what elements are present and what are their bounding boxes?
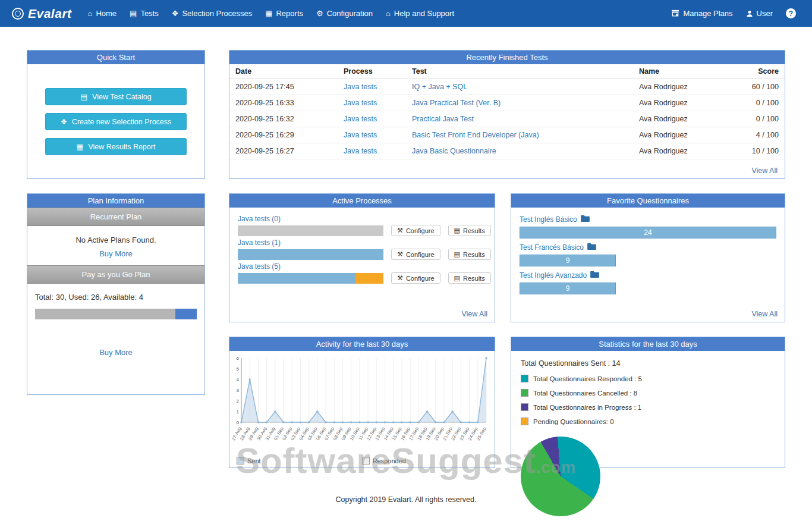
recent-tests-title: Recently Finished Tests <box>229 51 785 64</box>
table-row: 2020-09-25 16:27Java testsJava Basic Que… <box>229 143 785 159</box>
questionnaire-link[interactable]: Test Inglés Avanzado <box>520 271 776 280</box>
buy-more-link-paygo[interactable]: Buy More <box>27 348 204 364</box>
statistics-legend-block: Total Questionnaires Sent : 14 Total Que… <box>521 359 775 432</box>
table-row: 2020-09-25 16:33Java testsJava Practical… <box>229 95 785 111</box>
test-link[interactable]: IQ + Java + SQL <box>412 83 467 91</box>
nav-item-reports[interactable]: ▦Reports <box>259 0 310 27</box>
results-button[interactable]: ▤Results <box>448 272 491 284</box>
paygo-usage-text: Total: 30, Used: 26, Available: 4 <box>27 284 204 309</box>
stat-legend-label: Total Questionnaires in Progress : 1 <box>533 404 641 411</box>
stat-legend-item: Pending Questionnaires: 0 <box>521 418 775 425</box>
favorite-item: Test Francés Básico9 <box>520 243 776 266</box>
store-icon <box>671 10 679 17</box>
svg-text:5: 5 <box>237 366 240 372</box>
cell-process: Java tests <box>338 79 406 95</box>
nav-item-selection-processes[interactable]: ❖Selection Processes <box>165 0 259 27</box>
process-name-link[interactable]: Java tests (1) <box>238 238 281 247</box>
view-results-report-button[interactable]: ▦View Results Report <box>45 138 187 155</box>
brand-logo[interactable]: Evalart <box>12 7 72 21</box>
activity-title: Activity for the last 30 days <box>229 337 495 351</box>
svg-text:4: 4 <box>237 377 240 382</box>
nav-item-tests[interactable]: ▤Tests <box>123 0 165 27</box>
process-link[interactable]: Java tests <box>344 131 377 139</box>
nav-item-manage-plans[interactable]: Manage Plans <box>665 0 739 27</box>
test-link[interactable]: Basic Test Front End Developer (Java) <box>412 131 539 139</box>
folder-icon <box>590 271 599 280</box>
cell-name: Ava Rodriguez <box>633 111 727 127</box>
report-icon: ▦ <box>77 142 84 151</box>
nav-item-label: User <box>757 9 773 18</box>
cell-date: 2020-09-25 17:45 <box>229 79 338 95</box>
favorite-item: Test Inglés Avanzado9 <box>520 271 776 294</box>
cell-process: Java tests <box>338 143 406 159</box>
process-link[interactable]: Java tests <box>344 99 377 107</box>
create-new-selection-process-button[interactable]: ❖Create new Selection Process <box>45 113 187 130</box>
process-name-link[interactable]: Java tests (0) <box>238 215 281 223</box>
recent-tests-view-all-link[interactable]: View All <box>751 167 778 175</box>
nav-item-user[interactable]: User <box>739 0 779 27</box>
nav-item-help-and-support[interactable]: ⌂Help and Support <box>379 0 461 27</box>
left-column: Quick Start ▤View Test Catalog❖Create ne… <box>27 50 205 395</box>
test-link[interactable]: Java Practical Test (Ver. B) <box>412 99 501 107</box>
process-progress-bar <box>238 249 383 260</box>
process-item: Java tests (0)⚒Configure▤Results <box>238 212 486 236</box>
svg-text:0: 0 <box>237 420 240 425</box>
nav-item-label: Tests <box>140 9 158 18</box>
nav-item-help-question[interactable]: ? <box>779 0 802 27</box>
favorites-title: Favorite Questionnaires <box>511 194 785 208</box>
stat-legend-label: Total Questionnaires Cancelled : 8 <box>533 390 637 397</box>
favorites-view-all-link[interactable]: View All <box>751 310 778 318</box>
activity-legend: SentResponded <box>231 457 493 467</box>
favorite-questionnaires-panel: Favorite Questionnaires Test Inglés Bási… <box>511 193 785 322</box>
wrench-icon: ⚒ <box>397 250 403 258</box>
cell-process: Java tests <box>338 111 406 127</box>
results-button[interactable]: ▤Results <box>448 225 491 236</box>
paygo-usage-bar <box>35 309 197 319</box>
svg-text:1: 1 <box>237 409 240 415</box>
questionnaire-link[interactable]: Test Inglés Básico <box>520 215 776 224</box>
statistics-panel: Statistics for the last 30 days Total Qu… <box>511 337 785 468</box>
evalart-logo-icon <box>12 8 24 20</box>
list-icon: ▤ <box>454 250 460 258</box>
progress-segment <box>238 249 383 260</box>
buy-more-link-recurrent[interactable]: Buy More <box>27 249 204 265</box>
cell-name: Ava Rodriguez <box>633 95 727 111</box>
cell-name: Ava Rodriguez <box>633 127 727 143</box>
test-link[interactable]: Java Basic Questionnaire <box>412 147 496 155</box>
nav-item-label: Manage Plans <box>683 9 732 18</box>
cell-score: 4 / 100 <box>727 127 785 143</box>
nav-item-label: Help and Support <box>394 9 454 18</box>
process-link[interactable]: Java tests <box>344 147 377 155</box>
configure-button[interactable]: ⚒Configure <box>391 249 440 260</box>
active-processes-list: Java tests (0)⚒Configure▤ResultsJava tes… <box>229 208 495 284</box>
test-link[interactable]: Practical Java Test <box>412 115 474 123</box>
questionnaire-link[interactable]: Test Francés Básico <box>520 243 776 252</box>
stat-legend-item: Total Questionnaires in Progress : 1 <box>521 403 775 411</box>
process-name-link[interactable]: Java tests (5) <box>238 262 281 271</box>
questionnaire-count-bar: 9 <box>520 283 616 294</box>
view-test-catalog-button[interactable]: ▤View Test Catalog <box>45 88 187 105</box>
stat-legend-item: Total Questionnaires Responded : 5 <box>521 375 775 382</box>
cell-date: 2020-09-25 16:29 <box>229 127 338 143</box>
active-processes-panel: Active Processes Java tests (0)⚒Configur… <box>229 193 495 322</box>
legend-item-responded: Responded <box>362 457 406 464</box>
help-home-icon: ⌂ <box>386 9 391 18</box>
cell-process: Java tests <box>338 95 406 111</box>
nav-item-configuration[interactable]: ⚙Configuration <box>310 0 379 27</box>
legend-item-sent: Sent <box>237 457 261 464</box>
cell-date: 2020-09-25 16:33 <box>229 95 338 111</box>
count-value: 9 <box>566 256 570 265</box>
wrench-icon: ⚒ <box>397 274 403 282</box>
nav-item-home[interactable]: ⌂Home <box>81 0 124 27</box>
configure-button[interactable]: ⚒Configure <box>391 225 440 236</box>
active-processes-view-all-link[interactable]: View All <box>461 310 487 318</box>
cell-process: Java tests <box>338 127 406 143</box>
results-button[interactable]: ▤Results <box>448 249 491 260</box>
configure-button[interactable]: ⚒Configure <box>391 272 440 284</box>
cell-test: Java Basic Questionnaire <box>406 143 633 159</box>
cell-score: 60 / 100 <box>727 79 785 95</box>
process-link[interactable]: Java tests <box>344 115 377 123</box>
nav-item-label: Reports <box>276 9 303 18</box>
process-link[interactable]: Java tests <box>344 83 377 91</box>
legend-swatch <box>362 457 370 464</box>
